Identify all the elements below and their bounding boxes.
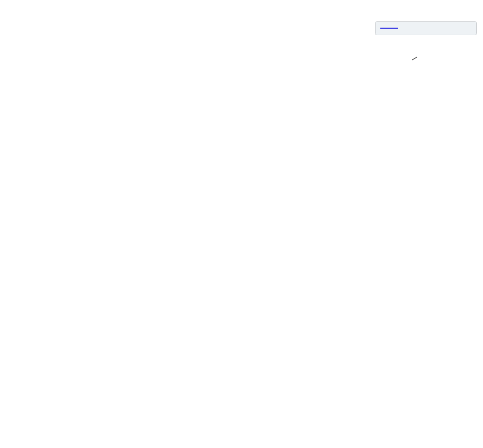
chart-canvas	[0, 0, 483, 448]
legend	[376, 22, 477, 35]
figure	[0, 0, 483, 448]
annotation-leader-line	[412, 57, 417, 60]
